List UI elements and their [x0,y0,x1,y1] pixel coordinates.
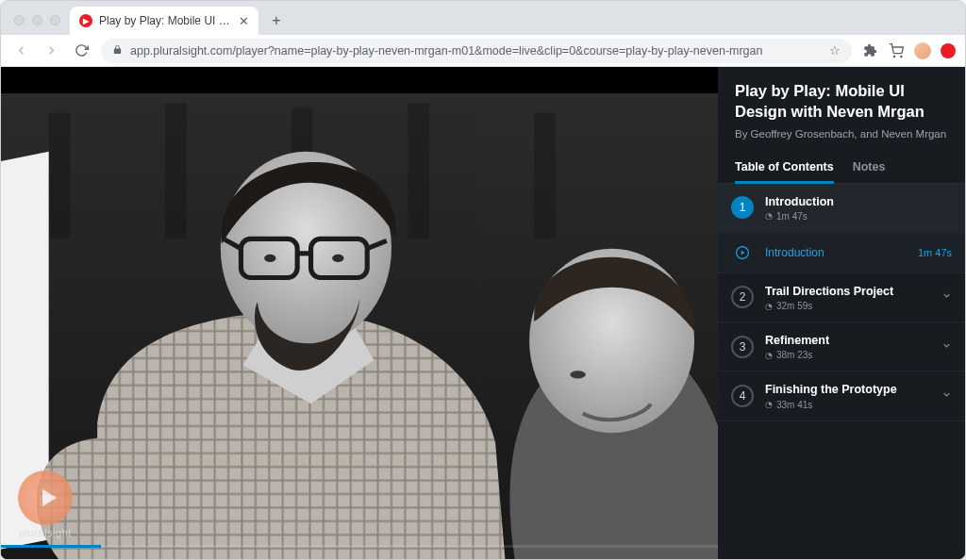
module-row[interactable]: 2Trail Directions Project◔32m 59s [718,273,965,322]
svg-point-19 [264,255,275,262]
module-row[interactable]: 1Introduction◔1m 47s [718,184,965,233]
star-icon[interactable]: ☆ [829,43,841,58]
module-number-badge: 4 [731,385,754,407]
tab-table-of-contents[interactable]: Table of Contents [735,160,834,183]
course-byline: By Geoffrey Grosenbach, and Neven Mrgan [718,123,965,140]
video-progress-fill [1,545,101,548]
extensions-icon[interactable] [861,42,878,59]
module-number-badge: 2 [731,286,754,308]
course-title: Play by Play: Mobile UI Design with Neve… [718,80,965,123]
svg-point-0 [893,56,894,57]
svg-point-20 [332,255,343,262]
extension-icons [861,42,956,59]
module-title: Refinement [765,333,930,348]
module-body: Trail Directions Project◔32m 59s [765,284,930,311]
tab-favicon-icon: ▶ [79,14,92,27]
page-content: pluralsight Play by Play: Mobile UI Desi… [1,67,965,559]
module-title: Finishing the Prototype [765,382,930,397]
address-bar[interactable]: app.pluralsight.com/player?name=play-by-… [101,39,852,63]
pluralsight-watermark: pluralsight [18,470,73,538]
window-controls[interactable] [8,15,70,35]
tab-close-icon[interactable]: ✕ [239,14,249,28]
play-icon [731,241,754,264]
window-minimize-dot[interactable] [32,15,42,25]
chevron-down-icon [941,389,952,403]
clock-icon: ◔ [765,302,773,311]
chevron-down-icon [941,340,952,354]
module-title: Introduction [765,194,952,209]
svg-rect-7 [165,103,187,239]
pluralsight-extension-icon[interactable] [941,43,956,58]
module-body: Introduction◔1m 47s [765,194,952,222]
module-row[interactable]: 3Refinement◔38m 23s [718,322,965,371]
svg-point-1 [901,56,902,57]
tab-notes[interactable]: Notes [853,160,886,183]
address-url: app.pluralsight.com/player?name=play-by-… [130,44,822,58]
clock-icon: ◔ [765,211,773,221]
module-duration: ◔38m 23s [765,350,930,360]
module-title: Trail Directions Project [765,284,930,299]
course-sidebar: Play by Play: Mobile UI Design with Neve… [718,67,965,559]
cart-icon[interactable] [888,42,905,59]
module-number-badge: 3 [731,336,754,358]
module-body: Refinement◔38m 23s [765,333,930,360]
video-frame [1,93,718,559]
sidebar-tabs: Table of Contents Notes [718,140,965,184]
module-body: Finishing the Prototype◔33m 41s [765,382,930,409]
clock-icon: ◔ [765,400,773,409]
svg-rect-9 [408,103,429,239]
video-progress-bar[interactable] [1,545,718,548]
reload-button[interactable] [71,41,92,61]
chevron-down-icon [941,290,952,304]
module-duration: ◔33m 41s [765,400,930,410]
module-list: 1Introduction◔1m 47sIntroduction1m 47s2T… [718,184,965,559]
clip-duration: 1m 47s [918,247,952,258]
browser-tabstrip: ▶ Play by Play: Mobile UI Design ✕ + [1,1,965,35]
module-number-badge: 1 [731,196,754,219]
profile-avatar-icon[interactable] [914,42,931,59]
tab-title: Play by Play: Mobile UI Design [99,14,232,27]
svg-marker-21 [42,489,57,506]
module-duration: ◔32m 59s [765,301,930,311]
new-tab-button[interactable]: + [264,8,289,33]
video-player[interactable]: pluralsight [1,67,718,559]
watermark-text: pluralsight [19,527,72,538]
browser-toolbar: app.pluralsight.com/player?name=play-by-… [1,35,965,67]
browser-tab[interactable]: ▶ Play by Play: Mobile UI Design ✕ [70,7,258,35]
lock-icon [112,44,123,57]
window-zoom-dot[interactable] [50,15,60,25]
svg-rect-10 [534,113,556,239]
clip-title: Introduction [765,246,907,259]
svg-point-12 [570,371,585,378]
clock-icon: ◔ [765,351,773,360]
forward-button[interactable] [41,41,61,61]
module-row[interactable]: 4Finishing the Prototype◔33m 41s [718,371,965,420]
window-close-dot[interactable] [14,15,25,25]
svg-marker-23 [741,250,745,255]
clip-row[interactable]: Introduction1m 47s [718,233,965,273]
back-button[interactable] [10,41,31,61]
module-duration: ◔1m 47s [765,211,952,222]
svg-rect-6 [49,113,71,239]
browser-window: ▶ Play by Play: Mobile UI Design ✕ + app… [0,0,966,560]
watermark-play-icon [18,470,73,525]
